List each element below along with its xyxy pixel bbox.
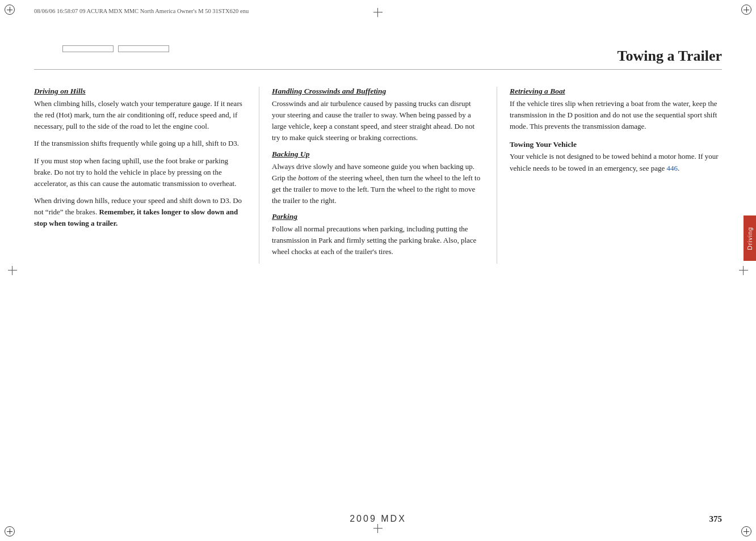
title-rule: [34, 69, 722, 70]
parking-title: Parking: [272, 212, 484, 221]
crosswinds-para1: Crosswinds and air turbulence caused by …: [272, 98, 484, 144]
nav-tab-2[interactable]: [118, 45, 169, 52]
column-3: Retrieving a Boat If the vehicle tires s…: [497, 87, 722, 264]
crosswinds-title: Handling Crosswinds and Buffeting: [272, 87, 484, 96]
towing-vehicle-link[interactable]: 446: [667, 164, 678, 172]
crosshair-left: [8, 266, 17, 275]
corner-mark-bl: [5, 526, 15, 536]
nav-tabs: [62, 45, 169, 52]
header-meta: 08/06/06 16:58:07 09 ACURA MDX MMC North…: [34, 8, 249, 14]
column-2: Handling Crosswinds and Buffeting Crossw…: [259, 87, 497, 264]
crosshair-top: [373, 8, 383, 17]
backing-up-para1: Always drive slowly and have someone gui…: [272, 161, 484, 207]
page-footer: 2009 MDX 375: [0, 514, 756, 524]
crosshair-right: [739, 266, 748, 275]
column-1: Driving on Hills When climbing hills, cl…: [34, 87, 259, 264]
corner-mark-br: [741, 526, 751, 536]
crosshair-bottom: [373, 524, 383, 533]
driving-hills-para1: When climbing hills, closely watch your …: [34, 98, 246, 132]
driving-hills-para4: When driving down hills, reduce your spe…: [34, 195, 246, 229]
towing-vehicle-title: Towing Your Vehicle: [510, 140, 722, 149]
driving-hills-para3: If you must stop when facing uphill, use…: [34, 155, 246, 189]
parking-para1: Follow all normal precautions when parki…: [272, 223, 484, 257]
backing-up-title: Backing Up: [272, 150, 484, 159]
driving-on-hills-title: Driving on Hills: [34, 87, 246, 96]
driving-sidebar-tab: Driving: [744, 215, 756, 261]
page-header: 08/06/06 16:58:07 09 ACURA MDX MMC North…: [0, 0, 756, 8]
footer-model: 2009 MDX: [350, 514, 406, 524]
main-content: Driving on Hills When climbing hills, cl…: [0, 75, 756, 264]
towing-vehicle-para1: Your vehicle is not designed to be towed…: [510, 151, 722, 174]
nav-tab-1[interactable]: [62, 45, 114, 52]
retrieving-boat-title: Retrieving a Boat: [510, 87, 722, 96]
towing-vehicle-text2: .: [678, 164, 679, 172]
backing-up-italic: bottom: [298, 174, 318, 182]
towing-vehicle-text1: Your vehicle is not designed to be towed…: [510, 152, 719, 172]
driving-hills-para2: If the transmission shifts frequently wh…: [34, 138, 246, 149]
page-number: 375: [709, 514, 723, 524]
retrieving-boat-para1: If the vehicle tires slip when retrievin…: [510, 98, 722, 132]
